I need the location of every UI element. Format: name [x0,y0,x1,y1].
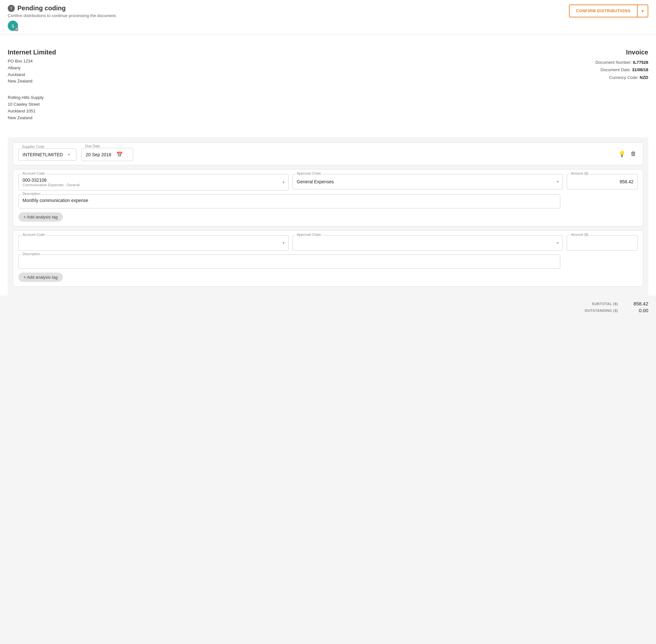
invoice-header: Internet Limited PO Box 1234 Albany Auck… [8,42,648,131]
supplier-code-label: Supplier Code [21,145,45,148]
form-area: Supplier Code INTERNETLIMITED ▾ Due Date… [8,137,648,296]
supplier-code-field: Supplier Code INTERNETLIMITED ▾ [18,147,76,161]
supplier-row: Supplier Code INTERNETLIMITED ▾ Due Date… [13,142,643,165]
page-title: Pending coding [17,4,66,12]
due-date-label: Due Date [84,144,101,148]
document-date-row: Document Date: 31/08/18 [595,66,648,73]
lightbulb-button[interactable]: 💡 [617,149,627,159]
supplier-company-name: Internet Limited [8,49,56,56]
supplier-address-line1: PO Box 1234 [8,58,56,65]
approval-chain-dropdown-1[interactable]: General Expenses ▾ [293,174,563,189]
invoice-title: Invoice [595,49,648,56]
account-code-label-1: Account Code [22,171,46,175]
add-analysis-tag-button-1[interactable]: + Add analysis tag [18,212,63,222]
approval-chain-dropdown-2[interactable]: ▾ [293,235,563,251]
amount-input-2[interactable] [567,235,638,251]
supplier-code-dropdown[interactable]: INTERNETLIMITED ▾ [18,148,76,161]
supplier-info-section: Internet Limited PO Box 1234 Albany Auck… [8,49,56,121]
clock-icon: ⏱ [15,27,18,31]
supplier-address-line3: Auckland [8,71,56,78]
amount-field-2: Amount ($) [567,235,638,251]
account-code-arrow-icon-1: ▾ [282,180,285,185]
distribution-row-1-top: Account Code 000-332106 Communication Ex… [18,174,638,190]
subtotal-label: SUBTOTAL ($) [579,302,618,306]
account-code-dropdown-1[interactable]: 000-332106 Communication Expenses - Gene… [18,174,289,190]
amount-input-1[interactable]: 858.42 [567,174,638,189]
calendar-icon: 📅 [116,152,123,158]
due-date-field: Due Date 20 Sep 2018 📅 [82,146,133,161]
confirm-distributions-btn-group[interactable]: CONFIRM DISTRIBUTIONS ▾ [569,4,648,17]
account-code-label-2: Account Code [22,233,46,236]
approval-chain-field-2: Approval Chain ▾ [293,235,563,251]
approval-chain-field-1: Approval Chain General Expenses ▾ [293,174,563,190]
amount-label-2: Amount ($) [570,233,589,236]
supplier-code-value: INTERNETLIMITED [23,152,63,157]
account-code-field-2: Account Code ▾ [18,235,289,251]
account-code-field-1: Account Code 000-332106 Communication Ex… [18,174,289,190]
description-label-2: Description [22,252,41,256]
amount-label-1: Amount ($) [570,171,589,175]
currency-code-label: Currency Code: [609,75,639,80]
distribution-row-1: Account Code 000-332106 Communication Ex… [13,169,643,227]
account-code-dropdown-2[interactable]: ▾ [18,235,289,251]
outstanding-line: OUTSTANDING ($) 0.00 [579,308,648,313]
description-input-1[interactable]: Monthly communication expense [18,194,560,208]
row-actions: 💡 🗑 [617,149,638,159]
supplier-address-line2: Albany [8,65,56,71]
supplier-info: Internet Limited PO Box 1234 Albany Auck… [8,49,56,85]
amount-value-1: 858.42 [571,179,633,184]
subtotal-value: 858.42 [626,301,648,306]
totals-section: SUBTOTAL ($) 858.42 OUTSTANDING ($) 0.00 [0,296,656,320]
document-number-label: Document Number: [595,60,632,65]
delete-button[interactable]: 🗑 [629,149,638,159]
recipient-company: Rolling Hills Supply [8,94,56,101]
document-number-value: IL77528 [633,60,648,65]
description-field-2: Description [18,254,638,269]
approval-chain-arrow-icon-1: ▾ [557,180,559,184]
approval-chain-label-1: Approval Chain [296,171,322,175]
approval-chain-arrow-icon-2: ▾ [557,240,559,245]
recipient-address-line1: 10 Cawley Street [8,101,56,108]
description-input-2[interactable] [18,254,560,269]
page-title-group: ! Pending coding [8,4,117,12]
due-date-value: 20 Sep 2018 [86,152,111,157]
add-analysis-tag-button-2[interactable]: + Add analysis tag [18,273,63,282]
recipient-address-line3: New Zealand [8,115,56,121]
outstanding-label: OUTSTANDING ($) [579,308,618,313]
confirm-distributions-button[interactable]: CONFIRM DISTRIBUTIONS [570,5,637,17]
supplier-address-line4: New Zealand [8,78,56,85]
account-code-arrow-icon-2: ▾ [282,240,285,245]
due-date-input[interactable]: 20 Sep 2018 📅 [82,148,133,161]
page-subtitle: Confirm distributions to continue proces… [8,13,117,18]
currency-code-value: NZD [639,75,648,80]
avatar: 1 ⏱ [8,21,18,31]
distribution-row-2-top: Account Code ▾ Approval Chain ▾ [18,235,638,251]
currency-code-row: Currency Code: NZD [595,74,648,81]
document-number-row: Document Number: IL77528 [595,59,648,66]
approval-chain-label-2: Approval Chain [296,233,322,236]
description-value-1: Monthly communication expense [23,198,88,203]
outstanding-value: 0.00 [626,308,648,313]
description-label-1: Description [22,192,41,196]
account-code-value-1: 000-332106 [23,178,80,183]
main-content: Internet Limited PO Box 1234 Albany Auck… [0,34,656,296]
top-bar: ! Pending coding Confirm distributions t… [0,0,656,34]
recipient-address-line2: Auckland 1051 [8,108,56,115]
amount-field-1: Amount ($) 858.42 [567,174,638,190]
supplier-code-arrow-icon: ▾ [68,153,70,157]
document-date-label: Document Date: [601,67,631,72]
top-bar-left: ! Pending coding Confirm distributions t… [8,4,117,31]
invoice-details: Invoice Document Number: IL77528 Documen… [595,49,648,121]
pending-icon: ! [8,5,15,12]
approval-chain-value-1: General Expenses [297,179,334,184]
account-code-sub-1: Communication Expenses - General [23,183,80,187]
confirm-distributions-dropdown[interactable]: ▾ [637,5,648,17]
recipient-info: Rolling Hills Supply 10 Cawley Street Au… [8,94,56,121]
distribution-row-2: Account Code ▾ Approval Chain ▾ [13,230,643,287]
document-date-value: 31/08/18 [632,67,648,72]
subtotal-line: SUBTOTAL ($) 858.42 [579,301,648,306]
description-field-1: Description Monthly communication expens… [18,194,638,208]
